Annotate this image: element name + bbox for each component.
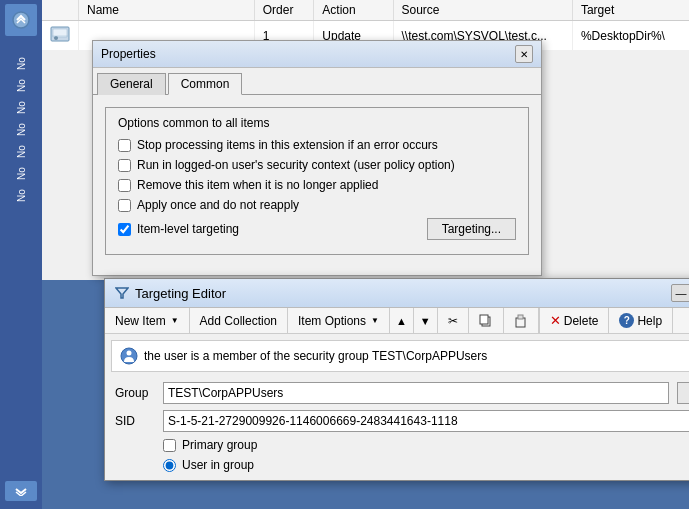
te-minimize-btn[interactable]: — <box>671 284 689 302</box>
targeting-editor: Targeting Editor — □ New Item ▼ Add Coll… <box>104 278 689 481</box>
sidebar-labels: No No No No No No No <box>16 42 27 204</box>
new-item-label: New Item <box>115 314 166 328</box>
checkbox-apply-once-label: Apply once and do not reapply <box>137 198 299 212</box>
properties-title: Properties <box>101 47 156 61</box>
sidebar-label-3: No <box>16 94 27 116</box>
primary-group-label: Primary group <box>182 438 257 452</box>
svg-rect-8 <box>518 315 523 319</box>
checkbox-remove-item-input[interactable] <box>118 179 131 192</box>
primary-group-checkbox[interactable] <box>163 439 176 452</box>
sid-input[interactable] <box>163 410 689 432</box>
col-header-icon <box>42 0 79 21</box>
dialog-tabs: General Common <box>93 68 541 95</box>
tab-general[interactable]: General <box>97 73 166 95</box>
col-header-action[interactable]: Action <box>314 0 393 21</box>
browse-btn[interactable]: ... <box>677 382 689 404</box>
options-group-label: Options common to all items <box>118 116 516 130</box>
te-form: Group ... SID Primary group User in grou… <box>105 378 689 480</box>
dialog-content: Options common to all items Stop process… <box>93 95 541 275</box>
properties-titlebar: Properties ✕ <box>93 41 541 68</box>
group-row: Group ... <box>115 382 689 404</box>
row-target: %DesktopDir%\ <box>572 21 689 51</box>
copy-btn[interactable] <box>469 308 504 333</box>
move-down-btn[interactable]: ▼ <box>414 308 438 333</box>
checkbox-apply-once: Apply once and do not reapply <box>118 198 516 212</box>
add-collection-btn[interactable]: Add Collection <box>190 308 288 333</box>
move-up-btn[interactable]: ▲ <box>390 308 414 333</box>
sidebar-label-2: No <box>16 72 27 94</box>
checkbox-remove-item: Remove this item when it is no longer ap… <box>118 178 516 192</box>
te-titlebar-controls: — □ <box>671 284 689 302</box>
checkbox-run-logged-on-label: Run in logged-on user's security context… <box>137 158 455 172</box>
paste-btn[interactable] <box>504 308 539 333</box>
sidebar-label-6: No <box>16 160 27 182</box>
svg-point-10 <box>127 351 132 356</box>
tab-common[interactable]: Common <box>168 73 243 95</box>
filter-icon <box>115 286 129 300</box>
sidebar-collapse-btn[interactable] <box>5 481 37 501</box>
sid-label: SID <box>115 414 155 428</box>
new-item-arrow: ▼ <box>171 316 179 325</box>
primary-group-row: Primary group <box>163 438 689 452</box>
checkbox-remove-item-label: Remove this item when it is no longer ap… <box>137 178 378 192</box>
col-header-name[interactable]: Name <box>79 0 255 21</box>
checkbox-item-targeting-input[interactable] <box>118 223 131 236</box>
col-header-source[interactable]: Source <box>393 0 572 21</box>
checkbox-apply-once-input[interactable] <box>118 199 131 212</box>
paste-icon <box>514 314 528 328</box>
user-in-group-label: User in group <box>182 458 254 472</box>
col-header-target[interactable]: Target <box>572 0 689 21</box>
te-title: Targeting Editor <box>135 286 226 301</box>
cut-btn[interactable]: ✂ <box>438 308 469 333</box>
te-content-text: the user is a member of the security gro… <box>144 349 487 363</box>
main-area: Name Order Action Source Target <box>42 0 689 509</box>
checkbox-stop-processing-input[interactable] <box>118 139 131 152</box>
targeting-button[interactable]: Targeting... <box>427 218 516 240</box>
user-in-group-radio[interactable] <box>163 459 176 472</box>
sidebar-label-1: No <box>16 50 27 72</box>
row-icon <box>42 21 79 51</box>
checkbox-run-logged-on: Run in logged-on user's security context… <box>118 158 516 172</box>
new-item-btn[interactable]: New Item ▼ <box>105 308 190 333</box>
sidebar-label-4: No <box>16 116 27 138</box>
checkbox-run-logged-on-input[interactable] <box>118 159 131 172</box>
sid-row: SID <box>115 410 689 432</box>
item-options-btn[interactable]: Item Options ▼ <box>288 308 390 333</box>
item-options-label: Item Options <box>298 314 366 328</box>
te-toolbar: New Item ▼ Add Collection Item Options ▼… <box>105 308 689 334</box>
options-group: Options common to all items Stop process… <box>105 107 529 255</box>
copy-icon <box>479 314 493 328</box>
sidebar-label-5: No <box>16 138 27 160</box>
help-btn[interactable]: ? Help <box>609 308 673 333</box>
sidebar-top-icon[interactable] <box>5 4 37 36</box>
checkbox-item-targeting-label: Item-level targeting <box>137 222 239 236</box>
properties-close-btn[interactable]: ✕ <box>515 45 533 63</box>
te-item-icon <box>120 347 138 365</box>
user-in-group-row: User in group <box>163 458 689 472</box>
sidebar: No No No No No No No <box>0 0 42 509</box>
sidebar-label-7: No <box>16 182 27 204</box>
delete-label: Delete <box>564 314 599 328</box>
checkbox-item-targeting: Item-level targeting Targeting... <box>118 218 516 240</box>
delete-btn[interactable]: ✕ Delete <box>539 308 610 333</box>
group-input[interactable] <box>163 382 669 404</box>
checkbox-stop-processing: Stop processing items in this extension … <box>118 138 516 152</box>
te-content: the user is a member of the security gro… <box>111 340 689 372</box>
svg-point-3 <box>54 36 58 40</box>
checkbox-stop-processing-label: Stop processing items in this extension … <box>137 138 438 152</box>
properties-dialog: Properties ✕ General Common Options comm… <box>92 40 542 276</box>
item-options-arrow: ▼ <box>371 316 379 325</box>
add-collection-label: Add Collection <box>200 314 277 328</box>
te-titlebar-left: Targeting Editor <box>115 286 226 301</box>
help-label: Help <box>637 314 662 328</box>
group-label: Group <box>115 386 155 400</box>
col-header-order[interactable]: Order <box>254 0 314 21</box>
te-titlebar: Targeting Editor — □ <box>105 279 689 308</box>
help-icon: ? <box>619 313 634 328</box>
svg-rect-6 <box>480 315 488 324</box>
delete-x-icon: ✕ <box>550 313 561 328</box>
